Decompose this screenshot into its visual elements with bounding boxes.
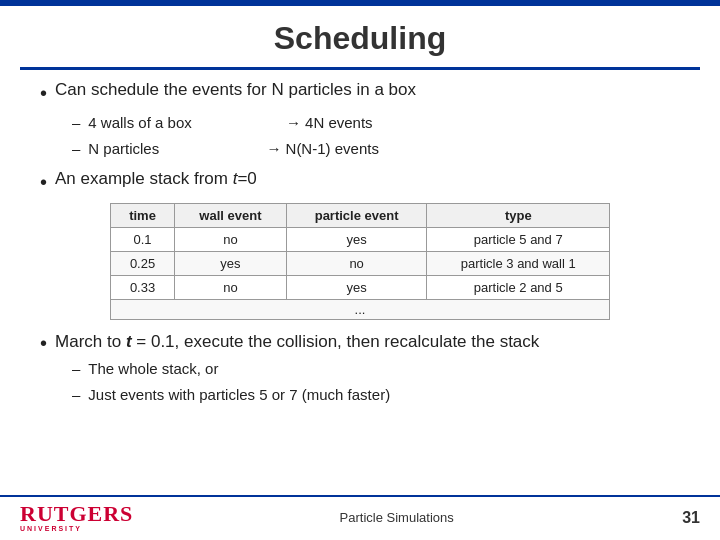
cell-type-2: particle 3 and wall 1 bbox=[427, 252, 610, 276]
arrow-2: → N(N-1) events bbox=[266, 140, 379, 157]
sub-bullet-1-1: – 4 walls of a box → 4N events bbox=[72, 110, 680, 136]
title-divider bbox=[20, 67, 700, 70]
col-header-time: time bbox=[111, 204, 175, 228]
col-header-type: type bbox=[427, 204, 610, 228]
table-row: 0.33 no yes particle 2 and 5 bbox=[111, 276, 610, 300]
bullet-3: • March to t = 0.1, execute the collisio… bbox=[40, 330, 680, 356]
footer-center-text: Particle Simulations bbox=[133, 510, 660, 525]
col-header-particle-event: particle event bbox=[286, 204, 427, 228]
table-row: 0.25 yes no particle 3 and wall 1 bbox=[111, 252, 610, 276]
title-section: Scheduling bbox=[0, 6, 720, 63]
cell-time-2: 0.25 bbox=[111, 252, 175, 276]
cell-particle-3: yes bbox=[286, 276, 427, 300]
sub-bullet-1-2-text: N particles → N(N-1) events bbox=[88, 136, 379, 162]
bullet-2: • An example stack from t=0 bbox=[40, 169, 680, 195]
sub-bullet-3-2: – Just events with particles 5 or 7 (muc… bbox=[72, 382, 680, 408]
bullet-dot-3: • bbox=[40, 330, 47, 356]
cell-ellipsis: ... bbox=[111, 300, 610, 320]
dash-3: – bbox=[72, 356, 80, 382]
sub-bullet-1-1-text: 4 walls of a box → 4N events bbox=[88, 110, 372, 136]
rutgers-logo: RUTGERS UNIVERSITY bbox=[20, 503, 133, 532]
bullet-2-text: An example stack from t=0 bbox=[55, 169, 257, 189]
dash-2: – bbox=[72, 136, 80, 162]
example-table: time wall event particle event type 0.1 … bbox=[110, 203, 610, 320]
page-number: 31 bbox=[660, 509, 700, 527]
rutgers-university: UNIVERSITY bbox=[20, 525, 82, 532]
cell-wall-1: no bbox=[175, 228, 287, 252]
sub-bullet-3-1-text: The whole stack, or bbox=[88, 356, 218, 382]
arrow-1: → 4N events bbox=[286, 114, 373, 131]
cell-wall-3: no bbox=[175, 276, 287, 300]
bullet-1-text: Can schedule the events for N particles … bbox=[55, 80, 416, 100]
bullet-1: • Can schedule the events for N particle… bbox=[40, 80, 680, 106]
main-content: • Can schedule the events for N particle… bbox=[0, 80, 720, 407]
table-row: 0.1 no yes particle 5 and 7 bbox=[111, 228, 610, 252]
rutgers-name: RUTGERS bbox=[20, 503, 133, 525]
sub-bullets-1: – 4 walls of a box → 4N events – N parti… bbox=[72, 110, 680, 161]
col-header-wall-event: wall event bbox=[175, 204, 287, 228]
sub-bullet-1-2: – N particles → N(N-1) events bbox=[72, 136, 680, 162]
cell-particle-2: no bbox=[286, 252, 427, 276]
footer: RUTGERS UNIVERSITY Particle Simulations … bbox=[0, 495, 720, 540]
dash-1: – bbox=[72, 110, 80, 136]
cell-particle-1: yes bbox=[286, 228, 427, 252]
bullet-3-text: March to t = 0.1, execute the collision,… bbox=[55, 330, 539, 354]
cell-wall-2: yes bbox=[175, 252, 287, 276]
page-title: Scheduling bbox=[0, 20, 720, 57]
example-table-wrapper: time wall event particle event type 0.1 … bbox=[110, 203, 610, 320]
dash-4: – bbox=[72, 382, 80, 408]
bullet-dot-2: • bbox=[40, 169, 47, 195]
cell-type-1: particle 5 and 7 bbox=[427, 228, 610, 252]
sub-bullets-3: – The whole stack, or – Just events with… bbox=[72, 356, 680, 407]
cell-type-3: particle 2 and 5 bbox=[427, 276, 610, 300]
cell-time-1: 0.1 bbox=[111, 228, 175, 252]
sub-bullet-3-2-text: Just events with particles 5 or 7 (much … bbox=[88, 382, 390, 408]
table-row-ellipsis: ... bbox=[111, 300, 610, 320]
cell-time-3: 0.33 bbox=[111, 276, 175, 300]
bullet-dot-1: • bbox=[40, 80, 47, 106]
sub-bullet-3-1: – The whole stack, or bbox=[72, 356, 680, 382]
